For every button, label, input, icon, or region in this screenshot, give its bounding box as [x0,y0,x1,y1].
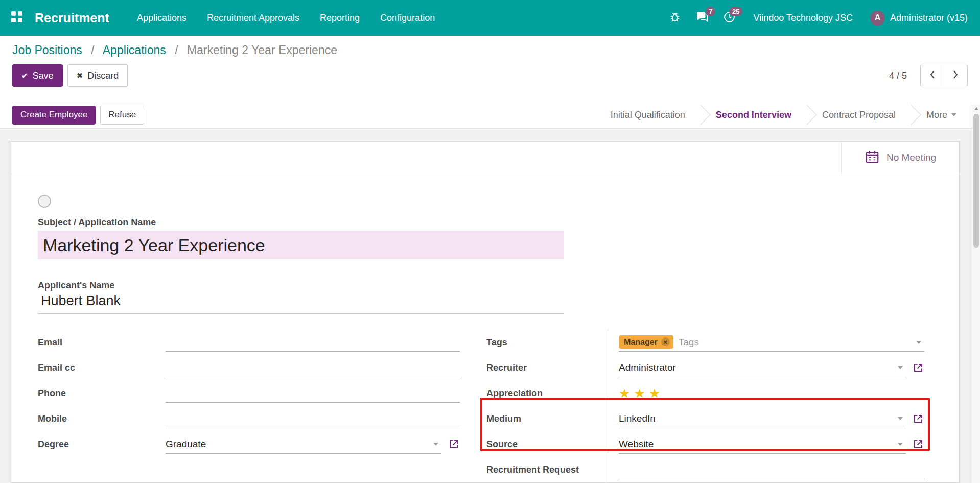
top-navbar: Recruitment Applications Recruitment App… [0,0,980,36]
activities-button[interactable]: 25 [716,0,743,36]
menu-configuration[interactable]: Configuration [370,0,445,36]
email-cc-input[interactable] [166,358,460,377]
phone-input[interactable] [166,384,460,403]
pager-next-button[interactable] [944,65,968,86]
appreciation-label: Appreciation [486,380,608,406]
stage-contract-proposal[interactable]: Contract Proposal [810,110,908,120]
dropdown-caret-icon[interactable] [898,417,903,420]
breadcrumb-job-positions[interactable]: Job Positions [12,43,82,57]
scrollbar-thumb[interactable] [973,114,979,248]
recruiter-external-link-button[interactable] [912,361,924,374]
scrollbar-up-button[interactable] [972,105,980,113]
discard-button[interactable]: ✖ Discard [67,64,128,87]
breadcrumb-applications[interactable]: Applications [103,43,166,57]
breadcrumb: Job Positions / Applications / Marketing… [12,42,968,58]
recruiter-label: Recruiter [486,355,608,380]
tags-input[interactable]: Manager × Tags [619,333,924,352]
apps-grid-icon [10,10,24,26]
apps-menu-button[interactable] [7,0,31,36]
pager-counter: 4 / 5 [889,70,907,81]
field-row-medium: Medium LinkedIn [486,406,924,431]
vertical-scrollbar[interactable] [972,105,980,483]
medium-input[interactable]: LinkedIn [619,409,906,428]
dropdown-caret-icon[interactable] [916,341,921,344]
mobile-label: Mobile [38,414,166,424]
tag-manager-label: Manager [624,337,658,347]
button-box: No Meeting [11,142,959,174]
create-employee-button[interactable]: Create Employee [12,106,96,125]
no-meeting-button[interactable]: No Meeting [841,142,959,174]
messages-badge: 7 [706,7,715,16]
stage-pipeline: Initial Qualification Second Interview C… [598,105,960,125]
sheet-body: Subject / Application Name Marketing 2 Y… [11,174,959,482]
main-menu: Applications Recruitment Approvals Repor… [127,0,445,36]
save-button-label: Save [33,70,54,81]
pager-previous-button[interactable] [920,65,944,86]
email-cc-label: Email cc [38,363,166,373]
activities-badge: 25 [729,7,742,16]
source-value: Website [619,439,654,450]
messages-button[interactable]: 7 [688,0,716,36]
stage-second-interview-active[interactable]: Second Interview [704,110,804,120]
source-external-link-button[interactable] [912,438,924,450]
medium-label: Medium [486,406,608,431]
user-menu[interactable]: A Administrator (v15) [863,0,972,36]
email-input[interactable] [166,333,460,352]
field-groups: Email Email cc Phone Mobile [38,329,959,482]
degree-value: Graduate [166,439,206,450]
kanban-state-circle[interactable] [38,195,51,208]
left-field-group: Email Email cc Phone Mobile [38,329,460,482]
dropdown-caret-icon[interactable] [898,443,903,446]
degree-label: Degree [38,439,166,450]
save-button[interactable]: ✔ Save [12,64,63,87]
no-meeting-label: No Meeting [886,152,936,163]
chevron-down-icon [951,113,956,116]
menu-reporting[interactable]: Reporting [310,0,370,36]
app-title[interactable]: Recruitment [35,11,109,26]
star-icon[interactable]: ★ [619,387,630,400]
field-row-appreciation: Appreciation ★ ★ ★ [486,380,924,406]
field-row-degree: Degree Graduate [38,431,460,457]
star-icon[interactable]: ★ [649,387,660,400]
email-label: Email [38,337,166,348]
breadcrumb-current: Marketing 2 Year Experience [187,43,337,57]
subject-input[interactable]: Marketing 2 Year Experience [38,231,564,259]
tags-label: Tags [486,329,608,355]
applicant-name-input[interactable]: Hubert Blank [38,291,564,314]
subject-label: Subject / Application Name [38,216,959,228]
external-link-icon [912,361,924,374]
tag-manager: Manager × [619,335,673,349]
field-row-recruitment-request: Recruitment Request [486,457,924,482]
company-switcher[interactable]: Viindoo Technology JSC [743,0,862,36]
control-panel-buttons: ✔ Save ✖ Discard 4 / 5 [12,64,968,87]
user-name: Administrator (v15) [890,13,968,23]
stage-separator-icon [797,105,817,125]
stage-initial-qualification[interactable]: Initial Qualification [598,110,697,120]
recruiter-input[interactable]: Administrator [619,358,906,377]
menu-recruitment-approvals[interactable]: Recruitment Approvals [197,0,310,36]
menu-applications[interactable]: Applications [127,0,197,36]
degree-input[interactable]: Graduate [166,435,441,454]
star-icon[interactable]: ★ [634,387,645,400]
recruitment-request-input[interactable] [619,461,924,479]
dropdown-caret-icon[interactable] [433,443,438,446]
breadcrumb-separator: / [175,43,178,57]
stage-separator-icon [690,105,711,125]
source-input[interactable]: Website [619,435,906,454]
tag-remove-icon[interactable]: × [661,337,670,346]
field-row-source: Source Website [486,431,924,457]
source-label: Source [486,431,608,457]
bug-icon [669,11,681,25]
app-window: Recruitment Applications Recruitment App… [0,0,980,483]
field-row-phone: Phone [38,380,460,406]
degree-external-link-button[interactable] [448,438,460,450]
field-row-recruiter: Recruiter Administrator [486,355,924,380]
refuse-button[interactable]: Refuse [100,106,144,125]
field-row-mobile: Mobile [38,406,460,431]
mobile-input[interactable] [166,409,460,428]
chevron-right-icon [953,70,959,81]
calendar-icon [865,149,880,166]
medium-external-link-button[interactable] [912,413,924,425]
dropdown-caret-icon[interactable] [898,366,903,369]
debug-button[interactable] [662,0,688,36]
